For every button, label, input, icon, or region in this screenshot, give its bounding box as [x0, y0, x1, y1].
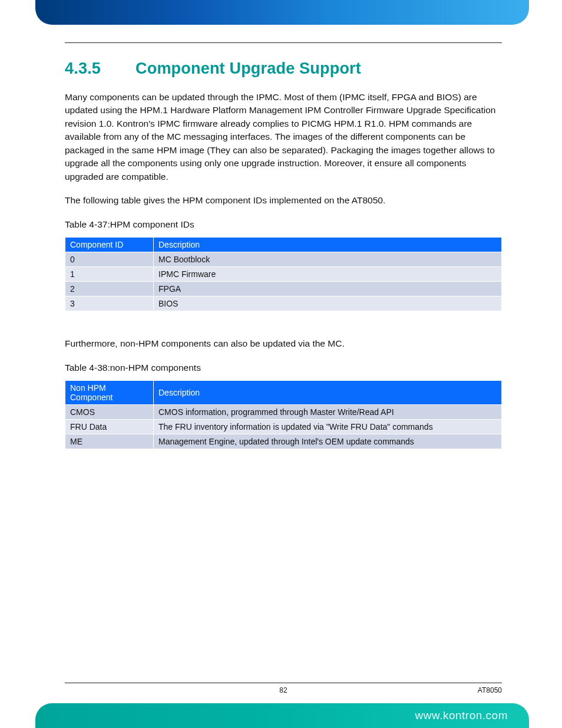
table-nonhpm-components: Non HPM Component Description CMOS CMOS … — [65, 380, 502, 449]
footer-tab: www.kontron.com — [35, 703, 529, 728]
cell: FRU Data — [65, 420, 154, 434]
cell: 1 — [65, 267, 154, 282]
table1-header-id: Component ID — [65, 238, 154, 252]
top-rule — [65, 42, 502, 43]
cell: CMOS information, programmed through Mas… — [154, 405, 502, 420]
footer-rule — [65, 683, 502, 683]
cell: 3 — [65, 297, 154, 311]
cell: The FRU inventory information is updated… — [154, 420, 502, 434]
cell: MC Bootblock — [154, 252, 502, 267]
footer: 82 AT8050 — [65, 686, 502, 694]
table-row: 2 FPGA — [65, 282, 502, 297]
table-hpm-components: Component ID Description 0 MC Bootblock … — [65, 237, 502, 311]
table-row: FRU Data The FRU inventory information i… — [65, 420, 502, 434]
section-number: 4.3.5 — [65, 60, 135, 78]
table2-header-desc: Description — [154, 381, 502, 405]
paragraph-intro: Many components can be updated through t… — [65, 91, 502, 183]
table2-header-comp: Non HPM Component — [65, 381, 154, 405]
paragraph-table2-lead: Furthermore, non-HPM components can also… — [65, 337, 502, 350]
cell: ME — [65, 434, 154, 449]
cell: IPMC Firmware — [154, 267, 502, 282]
cell: FPGA — [154, 282, 502, 297]
table-row: 1 IPMC Firmware — [65, 267, 502, 282]
cell: 0 — [65, 252, 154, 267]
cell: BIOS — [154, 297, 502, 311]
section-heading: 4.3.5Component Upgrade Support — [65, 60, 502, 78]
table2-caption: Table 4-38:non-HPM components — [65, 361, 502, 374]
table1-caption: Table 4-37:HPM component IDs — [65, 218, 502, 231]
page-number: 82 — [65, 686, 502, 694]
paragraph-table1-lead: The following table gives the HPM compon… — [65, 194, 502, 207]
table-row: ME Management Engine, updated through In… — [65, 434, 502, 449]
header-tab — [35, 0, 529, 25]
table-row: 0 MC Bootblock — [65, 252, 502, 267]
table1-header-desc: Description — [154, 238, 502, 252]
cell: Management Engine, updated through Intel… — [154, 434, 502, 449]
footer-url: www.kontron.com — [415, 709, 508, 722]
content-area: 4.3.5Component Upgrade Support Many comp… — [65, 42, 502, 449]
table-row: CMOS CMOS information, programmed throug… — [65, 405, 502, 420]
cell: 2 — [65, 282, 154, 297]
section-title: Component Upgrade Support — [135, 60, 361, 77]
cell: CMOS — [65, 405, 154, 420]
table-row: 3 BIOS — [65, 297, 502, 311]
